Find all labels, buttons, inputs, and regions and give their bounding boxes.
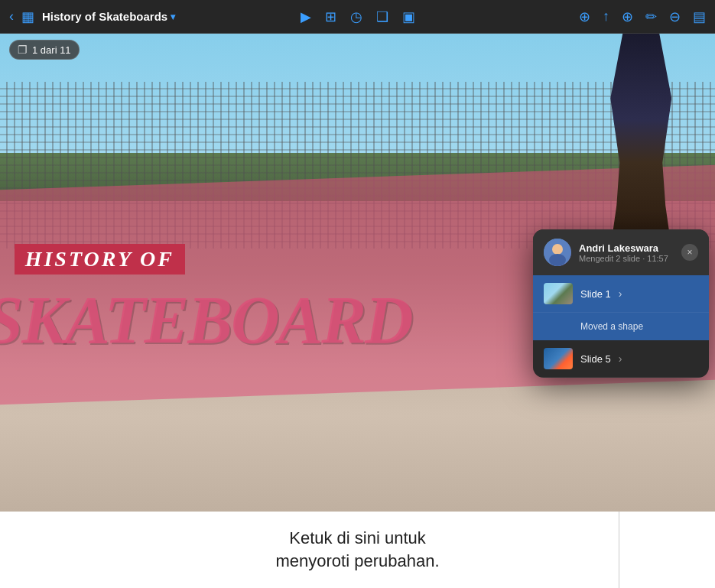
clock-button[interactable]: ◷: [350, 8, 362, 25]
document-title-text: History of Skateboards: [42, 10, 167, 23]
moved-shape-label: Moved a shape: [580, 321, 643, 332]
slide-counter-text: 1 dari 11: [32, 44, 71, 56]
skater-figure: [587, 34, 679, 249]
slide5-chevron-icon: ›: [619, 352, 622, 365]
slide1-item[interactable]: Slide 1 ›: [533, 275, 709, 313]
panel-header: Andri Lakeswara Mengedit 2 slide · 11:57…: [533, 229, 709, 275]
user-name: Andri Lakeswara: [579, 242, 668, 254]
toolbar-right: ⊕ ↑ ⊕ ✏ ⊖ ▤: [579, 8, 706, 25]
slide1-label: Slide 1: [580, 288, 611, 300]
document-title[interactable]: History of Skateboards ▾: [42, 10, 175, 23]
skater-body: [610, 34, 671, 249]
play-button[interactable]: ▶: [301, 8, 311, 25]
more-button[interactable]: ▤: [693, 8, 706, 25]
slide5-item[interactable]: Slide 5 ›: [533, 340, 709, 378]
panel-close-button[interactable]: ×: [681, 244, 698, 261]
toolbar: ‹ ▦ History of Skateboards ▾ ▶ ⊞ ◷ ❑ ▣ ⊕…: [0, 0, 715, 34]
hint-divider-line: [619, 512, 619, 588]
title-chevron-icon: ▾: [171, 11, 175, 22]
toolbar-center: ▶ ⊞ ◷ ❑ ▣: [301, 8, 415, 25]
slide-title-history: HISTORY OF: [15, 244, 185, 275]
collab-button[interactable]: ⊕: [579, 8, 590, 25]
slide5-label: Slide 5: [580, 353, 611, 365]
avatar-image: [544, 239, 571, 266]
panel-user-info: Andri Lakeswara Mengedit 2 slide · 11:57: [579, 242, 668, 263]
share-button[interactable]: ↑: [603, 8, 609, 24]
slide-title-skateboard: SKATEBOARD: [0, 287, 429, 354]
media-button[interactable]: ▣: [402, 8, 415, 25]
table-button[interactable]: ⊞: [325, 8, 336, 25]
close-icon: ×: [687, 247, 692, 258]
toolbar-left: ‹ ▦ History of Skateboards ▾: [9, 8, 175, 25]
collaboration-popup: Andri Lakeswara Mengedit 2 slide · 11:57…: [533, 229, 709, 378]
bottom-hint[interactable]: Ketuk di sini untukmenyoroti perubahan.: [0, 512, 715, 588]
back-button[interactable]: ‹: [9, 8, 14, 24]
slides-panel-button[interactable]: ▦: [21, 8, 34, 25]
add-button[interactable]: ⊕: [622, 8, 633, 25]
user-meta: Mengedit 2 slide · 11:57: [579, 254, 668, 263]
user-avatar: [544, 239, 571, 266]
svg-point-2: [549, 254, 566, 266]
slide1-thumbnail: [544, 283, 573, 304]
moved-shape-row: Moved a shape: [533, 313, 709, 340]
slide1-chevron-icon: ›: [619, 288, 622, 300]
brush-button[interactable]: ✏: [645, 8, 657, 25]
zoom-button[interactable]: ⊖: [669, 8, 681, 25]
svg-point-1: [552, 244, 563, 255]
slide-counter: ❐ 1 dari 11: [9, 40, 80, 60]
panel-user: Andri Lakeswara Mengedit 2 slide · 11:57: [544, 239, 668, 266]
slide5-thumbnail: [544, 348, 573, 369]
avatar-inner: [544, 239, 571, 266]
hint-text: Ketuk di sini untukmenyoroti perubahan.: [275, 527, 439, 572]
slide-counter-icon: ❐: [18, 44, 28, 56]
layers-button[interactable]: ❑: [376, 8, 388, 25]
